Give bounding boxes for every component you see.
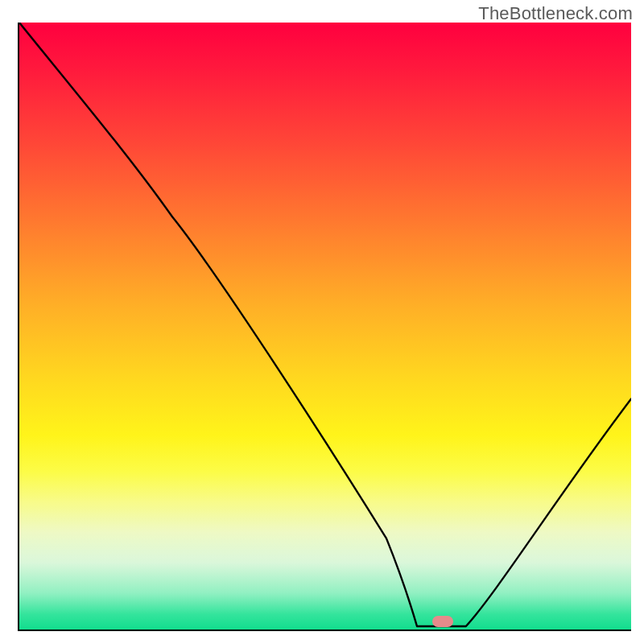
- optimum-marker: [432, 616, 453, 627]
- chart-plot-area: [18, 23, 631, 631]
- watermark-text: TheBottleneck.com: [478, 3, 633, 24]
- bottleneck-curve: [19, 23, 631, 630]
